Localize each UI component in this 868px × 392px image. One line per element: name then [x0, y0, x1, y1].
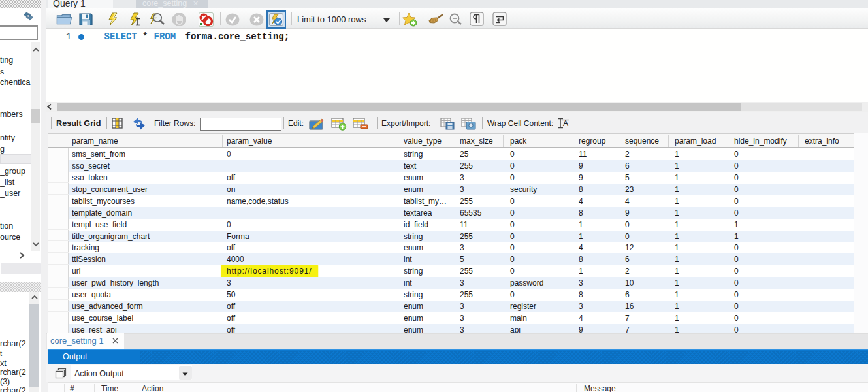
- svg-text:A: A: [563, 119, 568, 128]
